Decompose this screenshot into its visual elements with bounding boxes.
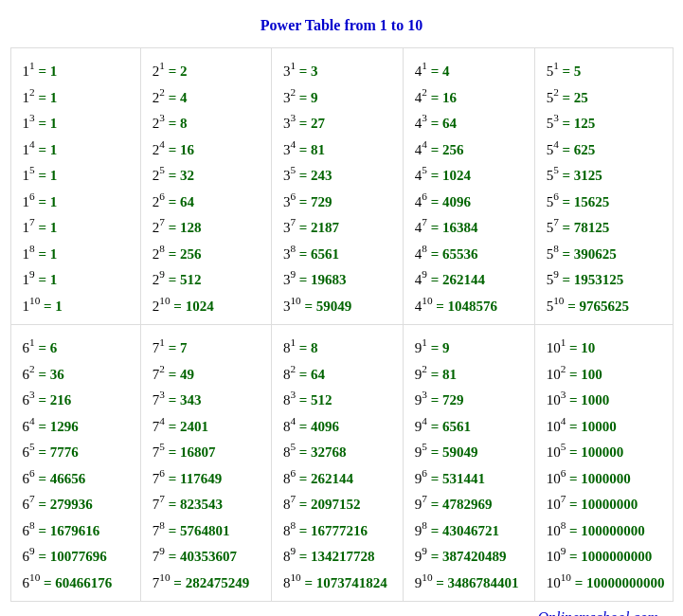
result-value: 100000 — [581, 444, 623, 460]
exponent-value: 1 — [29, 60, 35, 71]
result-value: 81 — [311, 142, 325, 157]
power-entry: 75 = 16807 — [153, 439, 263, 465]
equals-sign: = — [165, 340, 180, 355]
equals-sign: = — [35, 523, 50, 538]
power-entry: 810 = 1073741824 — [283, 570, 395, 596]
equals-sign: = — [165, 471, 180, 486]
equals-sign: = — [165, 367, 180, 382]
result-value: 3 — [311, 63, 318, 79]
result-value: 279936 — [50, 497, 93, 512]
equals-sign: = — [566, 392, 581, 408]
base-value: 1 — [23, 116, 30, 131]
exponent-value: 7 — [159, 216, 165, 227]
equals-sign: = — [165, 497, 180, 512]
result-value: 128 — [180, 220, 202, 235]
exponent-value: 5 — [290, 441, 296, 452]
exponent-value: 4 — [561, 415, 566, 426]
exponent-value: 8 — [553, 243, 559, 254]
exponent-value: 10 — [29, 571, 40, 583]
power-entry: 109 = 1000000000 — [547, 543, 665, 570]
equals-sign: = — [296, 63, 311, 79]
equals-sign: = — [566, 340, 581, 355]
cell-base-10: 101 = 10102 = 100103 = 1000104 = 1000010… — [534, 325, 673, 602]
power-entry: 48 = 65536 — [415, 241, 527, 267]
equals-sign: = — [566, 523, 581, 538]
power-entry: 38 = 6561 — [283, 241, 395, 267]
equals-sign: = — [35, 63, 50, 79]
power-entry: 56 = 15625 — [547, 189, 665, 215]
result-value: 9 — [311, 90, 318, 105]
exponent-value: 6 — [290, 467, 296, 479]
power-entry: 97 = 4782969 — [415, 491, 527, 517]
exponent-value: 10 — [422, 571, 432, 583]
equals-sign: = — [427, 497, 442, 512]
exponent-value: 10 — [159, 295, 170, 306]
exponent-value: 1 — [159, 60, 165, 71]
result-value: 531441 — [442, 471, 485, 486]
power-entry: 85 = 32768 — [283, 439, 395, 465]
result-value: 390625 — [574, 246, 617, 262]
cell-base-6: 61 = 662 = 3663 = 21664 = 129665 = 77766… — [10, 325, 140, 602]
result-value: 25 — [574, 90, 588, 105]
power-entry: 36 = 729 — [283, 189, 395, 215]
exponent-value: 4 — [553, 138, 559, 150]
exponent-value: 8 — [29, 243, 35, 254]
page-title: Power Table from 1 to 10 — [9, 17, 674, 34]
result-value: 43046721 — [442, 523, 499, 538]
equals-sign: = — [165, 220, 180, 235]
exponent-value: 8 — [422, 519, 427, 531]
equals-sign: = — [296, 220, 311, 235]
base-value: 10 — [547, 549, 561, 564]
equals-sign: = — [427, 367, 442, 382]
cell-base-3: 31 = 332 = 933 = 2734 = 8135 = 24336 = 7… — [271, 48, 403, 325]
result-value: 6561 — [311, 246, 339, 262]
base-value: 1 — [23, 168, 30, 183]
power-entry: 102 = 100 — [547, 361, 665, 388]
power-entry: 101 = 10 — [547, 335, 665, 361]
exponent-value: 10 — [29, 295, 40, 306]
power-entry: 17 = 1 — [23, 214, 133, 241]
base-value: 10 — [547, 419, 561, 434]
result-value: 282475249 — [186, 575, 250, 590]
result-value: 1 — [50, 90, 58, 105]
result-value: 1679616 — [50, 523, 100, 538]
equals-sign: = — [559, 272, 574, 287]
exponent-value: 10 — [553, 295, 564, 306]
exponent-value: 2 — [159, 86, 165, 98]
power-entry: 39 = 19683 — [283, 266, 395, 293]
result-value: 1 — [50, 168, 58, 183]
cell-base-5: 51 = 552 = 2553 = 12554 = 62555 = 312556… — [534, 48, 673, 325]
power-entry: 49 = 262144 — [415, 266, 527, 293]
power-entry: 68 = 1679616 — [23, 517, 133, 544]
equals-sign: = — [296, 340, 311, 355]
equals-sign: = — [296, 523, 311, 538]
equals-sign: = — [296, 444, 311, 460]
result-value: 6561 — [442, 419, 471, 434]
power-entry: 94 = 6561 — [415, 413, 527, 440]
power-entry: 103 = 1000 — [547, 387, 665, 413]
base-value: 10 — [547, 340, 561, 355]
power-entry: 77 = 823543 — [153, 491, 263, 517]
exponent-value: 6 — [29, 467, 35, 479]
exponent-value: 4 — [422, 415, 427, 426]
exponent-value: 1 — [159, 336, 165, 348]
result-value: 64 — [311, 367, 325, 382]
exponent-value: 5 — [422, 164, 427, 175]
exponent-value: 9 — [29, 545, 35, 556]
result-value: 46656 — [50, 471, 86, 486]
equals-sign: = — [559, 246, 574, 262]
exponent-value: 6 — [422, 467, 427, 479]
equals-sign: = — [566, 444, 581, 460]
equals-sign: = — [296, 272, 311, 287]
exponent-value: 6 — [290, 190, 296, 202]
base-value: 6 — [23, 444, 30, 460]
power-entry: 710 = 282475249 — [153, 570, 263, 596]
equals-sign: = — [171, 299, 186, 314]
result-value: 1000000000 — [581, 549, 652, 564]
equals-sign: = — [165, 168, 180, 183]
exponent-value: 7 — [290, 493, 296, 504]
result-value: 729 — [442, 392, 464, 408]
power-entry: 29 = 512 — [153, 266, 263, 293]
result-value: 10000000 — [581, 497, 638, 512]
equals-sign: = — [35, 419, 50, 434]
